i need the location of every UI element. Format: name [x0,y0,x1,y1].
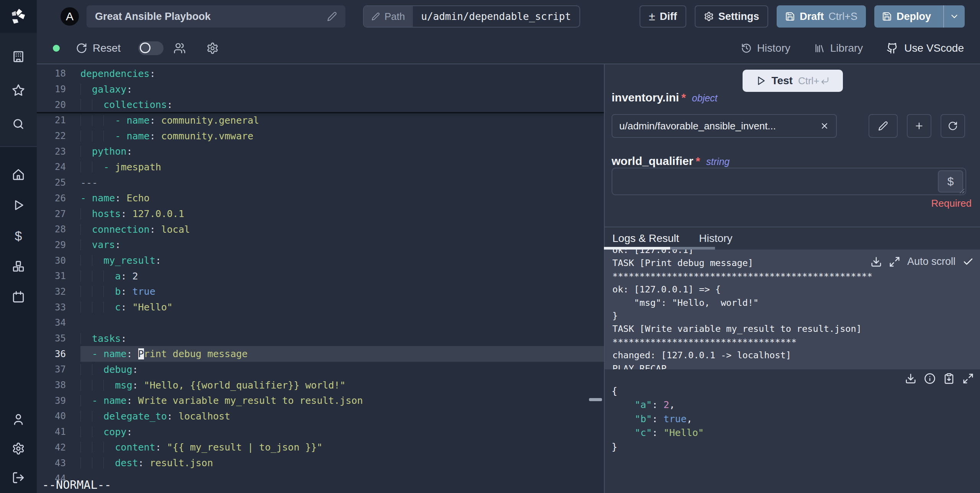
diff-button[interactable]: ± Diff [640,5,686,28]
runs-play-icon[interactable] [11,198,25,212]
line-content: - name: Echo [80,191,604,206]
result-info-icon[interactable] [924,373,936,384]
code-line[interactable]: 26- name: Echo [37,191,604,206]
home-icon[interactable] [11,168,25,181]
line-content: hosts: 127.0.0.1 [80,206,604,222]
code-line[interactable]: 30 my_result: [37,253,604,268]
user-icon[interactable] [11,413,25,426]
code-line[interactable]: 38 msg: "Hello, {{world_qualifier}} worl… [37,377,604,393]
workspace-icon[interactable] [11,50,25,64]
path-pencil-icon [371,12,380,21]
code-line[interactable]: 28 connection: local [37,222,604,237]
draft-button[interactable]: Draft Ctrl+S [777,5,866,28]
assistant-toggle[interactable] [138,41,164,55]
auto-scroll-checkbox[interactable] [962,256,974,268]
line-content: c: "Hello" [80,299,604,315]
line-number: 40 [37,411,66,421]
add-resource-button[interactable] [907,114,931,138]
path-pill[interactable]: Path u/admin/dependable_script [363,5,580,28]
refresh-icon [76,42,87,54]
library-button[interactable]: Library [814,42,863,54]
script-title-box[interactable]: Great Ansible Playbook [87,5,345,28]
code-editor[interactable]: 18dependencies:19 galaxy:20 collections:… [37,64,604,493]
editor-settings-gear-icon[interactable] [206,42,219,54]
history-button[interactable]: History [741,42,790,54]
download-logs-icon[interactable] [870,256,882,268]
code-line[interactable]: 40 delegate_to: localhost [37,408,604,424]
code-lines: 18dependencies:19 galaxy:20 collections:… [37,64,604,486]
test-button[interactable]: Test Ctrl+ [743,70,843,92]
code-line[interactable]: 29 vars: [37,237,604,253]
line-number: 18 [37,68,66,79]
refresh-icon [948,121,958,131]
variables-icon[interactable]: $ [11,229,25,243]
expand-result-icon[interactable] [962,373,974,384]
logout-icon[interactable] [11,471,25,485]
edit-title-pencil-icon[interactable] [327,11,337,21]
line-number: 35 [37,333,66,344]
code-line[interactable]: 35 tasks: [37,331,604,346]
world-qualifier-input[interactable] [612,168,965,194]
line-content [80,315,604,331]
settings-button[interactable]: Settings [695,5,769,28]
line-number: 37 [37,364,66,375]
use-vscode-button[interactable]: Use VScode [887,42,964,54]
multiplayer-users-icon[interactable] [173,42,186,54]
code-line[interactable]: 41 copy: [37,424,604,440]
reset-button[interactable]: Reset [76,42,121,54]
line-number: 32 [37,286,66,297]
expand-logs-icon[interactable] [889,256,900,268]
code-line[interactable]: 22 - name: community.vmware [37,128,604,144]
code-line[interactable]: 42 content: "{{ my_result | to_json }}" [37,440,604,455]
code-line[interactable]: 39 - name: Write variable my_result to r… [37,393,604,408]
code-line[interactable]: 19 galaxy: [37,82,604,97]
inventory-resource-value: u/admin/favorable_ansible_invent... [619,120,816,132]
download-result-icon[interactable] [905,373,916,384]
schedules-calendar-icon[interactable] [11,290,25,304]
code-line[interactable]: 18dependencies: [37,66,604,82]
code-line[interactable]: 27 hosts: 127.0.0.1 [37,206,604,222]
active-tab-indicator [604,247,670,250]
panel-resize-handle[interactable] [589,398,602,401]
result-json[interactable]: { "a": 2, "b": true, "c": "Hello"} [612,384,704,454]
deploy-dropdown-caret[interactable] [943,5,965,28]
code-line[interactable]: 33 c: "Hello" [37,299,604,315]
code-line[interactable]: 21 - name: community.general [37,113,604,128]
code-line[interactable]: 24 - jmespath [37,159,604,175]
clear-resource-icon[interactable] [820,121,829,131]
code-line[interactable]: 44 [37,471,604,486]
code-line[interactable]: 37 debug: [37,362,604,377]
settings-gear-icon[interactable] [11,442,25,455]
copy-result-icon[interactable] [943,373,955,384]
code-line[interactable]: 34 [37,315,604,331]
windmill-logo[interactable] [0,0,37,33]
line-content: - name: Print debug message [80,346,604,362]
line-number: 28 [37,224,66,235]
field-type-badge: string [706,156,730,167]
path-value: u/admin/dependable_script [413,6,579,27]
refresh-resource-button[interactable] [941,114,965,138]
code-line[interactable]: 43 dest: result.json [37,455,604,471]
favorites-star-icon[interactable] [11,83,25,97]
code-line[interactable]: 25--- [37,175,604,191]
result-line: "b": true, [612,412,704,426]
enter-key-icon [820,76,829,85]
inventory-resource-input[interactable]: u/admin/favorable_ansible_invent... [612,114,837,138]
tab-logs-result[interactable]: Logs & Result [612,232,679,245]
variable-picker-button[interactable]: $ [938,170,963,193]
code-line[interactable]: 31 a: 2 [37,268,604,284]
result-tabs: Logs & Result History [605,230,980,247]
code-line[interactable]: 32 b: true [37,284,604,300]
edit-resource-button[interactable] [869,114,898,138]
line-content: galaxy: [80,82,604,97]
line-content: copy: [80,424,604,440]
gear-icon [704,11,714,21]
code-line[interactable]: 20 collections: [37,97,604,113]
code-line[interactable]: 36 - name: Print debug message [37,346,604,362]
resources-cubes-icon[interactable] [11,260,25,273]
vscode-cat-icon [887,42,898,54]
deploy-button[interactable]: Deploy [874,5,965,28]
tab-history[interactable]: History [699,232,732,245]
code-line[interactable]: 23 python: [37,144,604,159]
search-icon[interactable] [11,117,25,131]
